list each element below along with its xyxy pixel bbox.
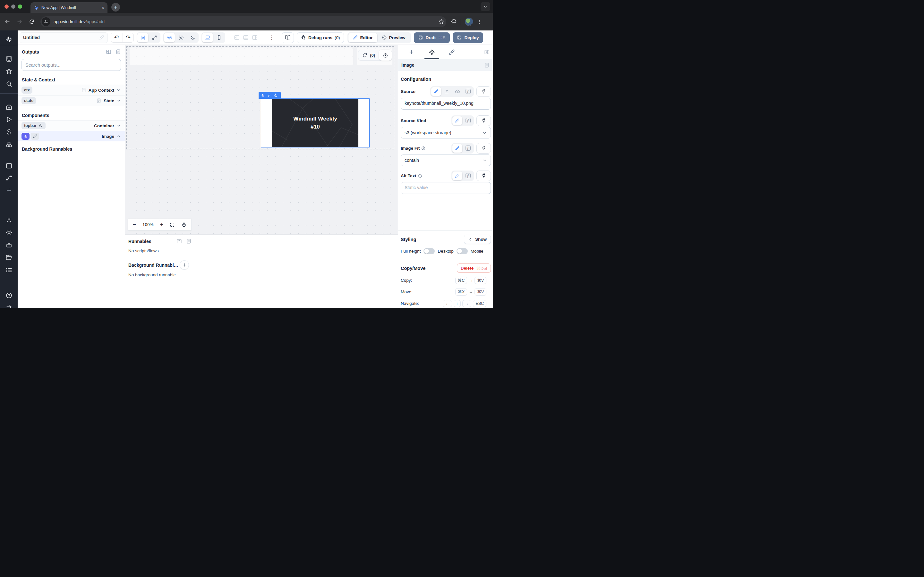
editor-tab[interactable]: Editor: [349, 33, 377, 42]
image-fit-static-button[interactable]: [452, 144, 462, 153]
show-styling-button[interactable]: Show: [464, 235, 491, 244]
deploy-button[interactable]: Deploy: [453, 32, 483, 43]
app-canvas[interactable]: (0) a: [125, 45, 398, 234]
delete-component-button[interactable]: Delete ⌘Del: [457, 263, 491, 273]
home-icon[interactable]: [5, 103, 12, 110]
image-fit-select[interactable]: contain: [401, 155, 491, 166]
source-kind-select[interactable]: s3 (workspace storage): [401, 127, 491, 139]
traffic-light-zoom[interactable]: [18, 5, 22, 9]
logs-icon[interactable]: [5, 267, 12, 274]
draft-button[interactable]: Draft ⌘S: [414, 32, 450, 43]
windmill-logo[interactable]: [5, 35, 13, 43]
outputs-search-input[interactable]: [25, 63, 117, 68]
bookmark-star-icon[interactable]: [438, 19, 444, 25]
alt-text-connect-button[interactable]: [477, 171, 491, 181]
source-eval-button[interactable]: ƒ: [463, 87, 473, 96]
source-upload-button[interactable]: [442, 87, 452, 96]
settings-gear-icon[interactable]: [5, 229, 12, 236]
folders-icon[interactable]: [5, 254, 12, 261]
doc-list-icon[interactable]: [186, 239, 192, 244]
dock-panel-icon[interactable]: [176, 239, 182, 244]
undo-button[interactable]: ↶: [111, 33, 122, 42]
fit-view-icon[interactable]: [170, 222, 175, 227]
expand-down-icon[interactable]: [267, 93, 271, 97]
component-row-a-selected[interactable]: a Image: [18, 131, 125, 141]
component-row-topbar[interactable]: topbar Container: [18, 120, 125, 131]
alt-text-input[interactable]: [401, 182, 491, 194]
browser-menu-icon[interactable]: [477, 19, 482, 24]
component-settings-tab[interactable]: [422, 45, 442, 59]
panel-bottom-icon[interactable]: [243, 35, 249, 40]
chevron-down-icon[interactable]: [116, 98, 121, 103]
source-connect-button[interactable]: [477, 86, 491, 97]
alt-text-static-button[interactable]: [452, 171, 462, 180]
outputs-search[interactable]: [21, 59, 121, 71]
help-icon[interactable]: [5, 292, 12, 299]
topbar-badge[interactable]: topbar: [21, 122, 45, 129]
desktop-toggle[interactable]: [457, 248, 468, 254]
browser-tab[interactable]: New App | Windmill ×: [31, 2, 107, 13]
add-background-runnable-button[interactable]: [180, 260, 189, 269]
tab-close-icon[interactable]: ×: [102, 5, 104, 10]
output-row-ctx[interactable]: ctx App Context: [18, 85, 125, 95]
profile-avatar[interactable]: [465, 18, 473, 26]
theme-auto-button[interactable]: [164, 33, 175, 42]
workers-icon[interactable]: [5, 242, 12, 248]
edit-name-pencil-icon[interactable]: [99, 35, 104, 40]
theme-dark-button[interactable]: [187, 33, 198, 42]
search-icon[interactable]: [5, 81, 12, 87]
site-settings-icon[interactable]: [42, 17, 50, 26]
source-static-button[interactable]: [431, 87, 441, 96]
expand-layout-button[interactable]: [149, 33, 160, 42]
full-height-toggle[interactable]: [423, 248, 435, 254]
image-fit-connect-button[interactable]: [477, 143, 491, 153]
docs-button[interactable]: [282, 32, 294, 43]
expand-rail-icon[interactable]: [6, 303, 12, 308]
source-kind-connect-button[interactable]: [477, 115, 491, 126]
info-icon[interactable]: [421, 146, 425, 150]
back-button[interactable]: [3, 17, 12, 27]
panel-left-icon[interactable]: [234, 35, 240, 40]
zoom-in-button[interactable]: +: [160, 221, 163, 228]
refresh-app-button[interactable]: (0): [359, 53, 379, 58]
chevron-down-icon[interactable]: [116, 88, 121, 92]
extensions-icon[interactable]: [451, 19, 457, 25]
new-tab-button[interactable]: +: [111, 3, 120, 11]
redo-button[interactable]: ↷: [123, 33, 134, 42]
reload-button[interactable]: [27, 17, 37, 27]
chevron-up-icon[interactable]: [116, 134, 121, 139]
alt-text-eval-button[interactable]: ƒ: [463, 171, 473, 180]
variables-icon[interactable]: [5, 129, 12, 135]
desktop-view-button[interactable]: [202, 33, 213, 42]
preview-tab[interactable]: Preview: [377, 33, 410, 42]
ctx-badge[interactable]: ctx: [21, 87, 32, 93]
source-s3-upload-button[interactable]: [452, 87, 462, 96]
rail-add-icon[interactable]: [6, 187, 12, 193]
source-input[interactable]: keynote/thumbnail_weekly_10.png: [401, 98, 491, 110]
schedules-icon[interactable]: [5, 162, 12, 169]
state-badge[interactable]: state: [21, 97, 36, 104]
source-kind-static-button[interactable]: [452, 116, 462, 125]
a-badge[interactable]: a: [21, 133, 29, 140]
traffic-light-close[interactable]: [5, 5, 9, 9]
insert-component-tab[interactable]: [401, 45, 422, 59]
traffic-light-minimize[interactable]: [11, 5, 15, 9]
zoom-out-button[interactable]: −: [133, 221, 136, 228]
doc-list-icon[interactable]: [115, 49, 121, 55]
collapse-panel-icon[interactable]: [106, 49, 111, 55]
theme-light-button[interactable]: [176, 33, 186, 42]
info-icon[interactable]: [418, 174, 422, 178]
workspace-icon[interactable]: [5, 55, 12, 62]
source-kind-eval-button[interactable]: ƒ: [463, 116, 473, 125]
runs-icon[interactable]: [5, 116, 12, 123]
tab-search-button[interactable]: [481, 2, 490, 11]
toolbar-more-icon[interactable]: ⋮: [269, 34, 274, 41]
global-styling-tab[interactable]: [442, 45, 462, 59]
anchor-icon[interactable]: [274, 93, 278, 97]
panel-right-icon[interactable]: [252, 35, 258, 40]
pan-hand-icon[interactable]: [181, 222, 187, 227]
rename-component-icon[interactable]: [31, 133, 39, 140]
center-layout-button[interactable]: [137, 33, 148, 42]
debug-runs-button[interactable]: Debug runs (0): [297, 32, 344, 43]
doc-list-icon[interactable]: [484, 63, 489, 68]
